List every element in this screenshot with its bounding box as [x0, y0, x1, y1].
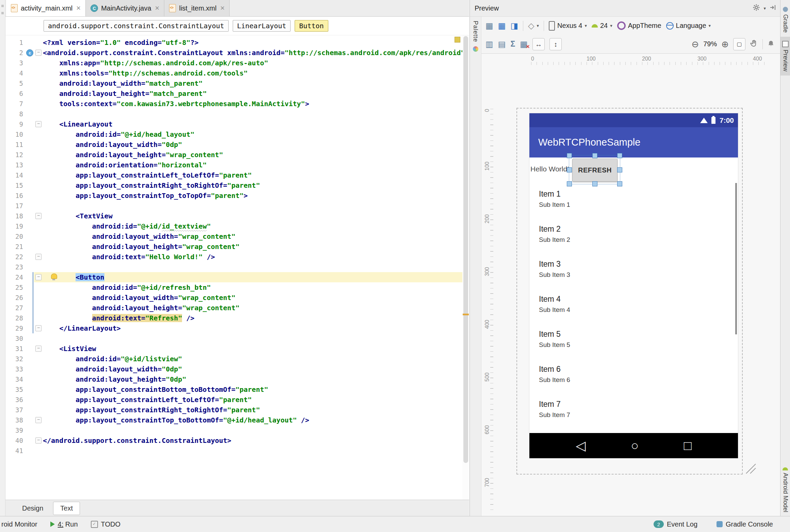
list-item[interactable]: Item 3Sub Item 3	[539, 260, 570, 279]
list-item[interactable]: Item 7Sub Item 7	[539, 400, 570, 419]
code-line-17[interactable]: 17	[5, 201, 462, 211]
code-line-3[interactable]: 3 xmlns:app="http://schemas.android.com/…	[5, 58, 462, 68]
code-line-33[interactable]: 33 android:layout_width="0dp"	[5, 364, 462, 374]
selection-handle[interactable]	[592, 153, 597, 158]
status-event-log[interactable]: 2Event Log	[654, 520, 697, 528]
code-line-15[interactable]: 15 app:layout_constraintRight_toRightOf=…	[5, 180, 462, 190]
breadcrumb-item-button[interactable]: Button	[295, 20, 328, 32]
device-list-scrollbar[interactable]	[735, 183, 737, 334]
editor-tab-activity-main-xml[interactable]: activity_main.xml×	[6, 0, 86, 16]
fold-marker[interactable]: −	[35, 437, 42, 444]
code-line-1[interactable]: 1<?xml version="1.0" encoding="utf-8"?>	[5, 37, 462, 48]
selection-handle[interactable]	[617, 181, 622, 186]
tool-stripe-android-model[interactable]: Android Model	[780, 463, 790, 516]
code-line-7[interactable]: 7 tools:context="com.kawasin73.webrtcpho…	[5, 99, 462, 109]
list-item[interactable]: Item 1Sub Item 1	[539, 189, 570, 209]
close-icon[interactable]: ×	[155, 4, 160, 12]
code-line-22[interactable]: 22− android:text="Hello World!" />	[5, 252, 462, 262]
editor-scrollbar[interactable]	[462, 35, 469, 500]
chart-icon[interactable]: ▤	[498, 40, 506, 48]
breadcrumb-item-linearlayout[interactable]: LinearLayout	[233, 20, 291, 32]
selection-handle[interactable]	[567, 153, 572, 158]
close-icon[interactable]: ×	[76, 4, 81, 12]
code-line-2[interactable]: 2c−<android.support.constraint.Constrain…	[5, 48, 462, 58]
code-editor[interactable]: 1<?xml version="1.0" encoding="utf-8"?>2…	[5, 35, 469, 500]
code-line-11[interactable]: 11 android:layout_width="0dp"	[5, 139, 462, 150]
code-line-34[interactable]: 34 android:layout_height="0dp"	[5, 374, 462, 384]
inspection-status-icon[interactable]	[455, 37, 460, 43]
list-item[interactable]: Item 4Sub Item 4	[539, 295, 570, 314]
code-line-40[interactable]: 40−</android.support.constraint.Constrai…	[5, 435, 462, 446]
code-line-38[interactable]: 38− app:layout_constraintTop_toBottomOf=…	[5, 415, 462, 425]
split-view-icon[interactable]: ◨	[510, 22, 518, 30]
layout-variants-icon[interactable]: ▦	[485, 22, 493, 30]
fold-marker[interactable]: −	[35, 254, 42, 260]
list-item[interactable]: Item 2Sub Item 2	[539, 225, 570, 244]
code-line-41[interactable]: 41	[5, 446, 462, 456]
fold-marker[interactable]: −	[35, 325, 42, 331]
editor-tab-list-item-xml[interactable]: list_item.xml×	[164, 0, 230, 16]
code-line-36[interactable]: 36 app:layout_constraintLeft_toLeftOf="p…	[5, 395, 462, 405]
code-line-19[interactable]: 19 android:id="@+id/id_textview"	[5, 221, 462, 231]
zoom-fit-icon[interactable]: ▢	[733, 38, 745, 50]
show-all-screens-icon[interactable]: ▦	[498, 22, 506, 30]
code-line-29[interactable]: 29− </LinearLayout>	[5, 323, 462, 333]
list-item[interactable]: Item 6Sub Item 6	[539, 365, 570, 384]
code-line-10[interactable]: 10 android:id="@+id/head_layout"	[5, 129, 462, 139]
breadcrumb-item-android-support-constraint-constraintlayout[interactable]: android.support.constraint.ConstraintLay…	[44, 20, 229, 32]
code-line-4[interactable]: 4 xmlns:tools="http://schemas.android.co…	[5, 68, 462, 78]
code-line-23[interactable]: 23	[5, 262, 462, 272]
code-line-21[interactable]: 21 android:layout_height="wrap_content"	[5, 242, 462, 252]
code-line-26[interactable]: 26 android:layout_width="wrap_content"	[5, 293, 462, 303]
code-line-24[interactable]: 24− <Button	[5, 272, 462, 282]
code-line-13[interactable]: 13 android:orientation="horizontal"	[5, 160, 462, 170]
editor-tab-mainactivity-java[interactable]: CMainActivity.java×	[86, 0, 164, 16]
recents-icon[interactable]: □	[684, 439, 692, 452]
fold-marker[interactable]: −	[35, 213, 42, 219]
fold-marker[interactable]: −	[35, 121, 42, 127]
tab-text[interactable]: Text	[53, 502, 80, 515]
code-line-37[interactable]: 37 app:layout_constraintRight_toRightOf=…	[5, 405, 462, 415]
code-line-5[interactable]: 5 android:layout_width="match_parent"	[5, 78, 462, 88]
status-todo[interactable]: TODO	[91, 520, 120, 528]
selection-handle[interactable]	[567, 167, 572, 172]
component-gutter-icon[interactable]: c	[26, 49, 33, 56]
palette-tab[interactable]: Palette	[470, 17, 481, 516]
tool-stripe-preview[interactable]: Preview	[780, 37, 790, 76]
gear-icon[interactable]	[753, 4, 760, 13]
fold-marker[interactable]: −	[35, 417, 42, 423]
code-line-39[interactable]: 39	[5, 425, 462, 435]
error-stripe-mark[interactable]	[463, 314, 469, 315]
selection-handle[interactable]	[617, 153, 622, 158]
status-4-run[interactable]: 4: Run	[50, 520, 78, 528]
hide-panel-icon[interactable]	[769, 4, 776, 13]
clear-constraints-icon[interactable]: ▦	[520, 40, 528, 48]
tab-design[interactable]: Design	[15, 502, 50, 515]
pan-hand-icon[interactable]	[750, 39, 758, 49]
code-line-8[interactable]: 8	[5, 109, 462, 119]
code-line-18[interactable]: 18− <TextView	[5, 211, 462, 221]
fold-marker[interactable]: −	[35, 50, 42, 56]
code-line-12[interactable]: 12 android:layout_height="wrap_content"	[5, 150, 462, 160]
back-icon[interactable]: ◁	[576, 439, 586, 452]
zoom-in-icon[interactable]: ⊕	[721, 40, 729, 49]
chevron-down-icon[interactable]: ▾	[763, 6, 766, 11]
status-roid-monitor[interactable]: roid Monitor	[1, 520, 37, 528]
selection-handle[interactable]	[567, 181, 572, 186]
code-line-16[interactable]: 16 app:layout_constraintTop_toTopOf="par…	[5, 190, 462, 201]
device-select[interactable]: Nexus 4 ▾	[549, 21, 587, 31]
expand-vertical-icon[interactable]: ↕	[549, 38, 562, 50]
api-level-select[interactable]: 24 ▾	[592, 22, 612, 30]
code-line-14[interactable]: 14 app:layout_constraintLeft_toLeftOf="p…	[5, 170, 462, 180]
code-line-9[interactable]: 9− <LinearLayout	[5, 119, 462, 129]
code-line-27[interactable]: 27 android:layout_height="wrap_content"	[5, 303, 462, 313]
code-line-31[interactable]: 31− <ListView	[5, 344, 462, 354]
design-canvas[interactable]: 0100200300400 0100200300400500600700 7:0…	[481, 54, 781, 516]
selection-handle[interactable]	[617, 167, 622, 172]
intention-bulb-icon[interactable]	[51, 273, 57, 279]
status-gradle-console[interactable]: Gradle Console	[717, 520, 773, 528]
code-line-25[interactable]: 25 android:id="@+id/refresh_btn"	[5, 282, 462, 293]
scrollbar-thumb[interactable]	[463, 36, 468, 463]
list-item[interactable]: Item 5Sub Item 5	[539, 330, 570, 349]
tool-stripe-gradle[interactable]: Gradle	[780, 3, 790, 37]
